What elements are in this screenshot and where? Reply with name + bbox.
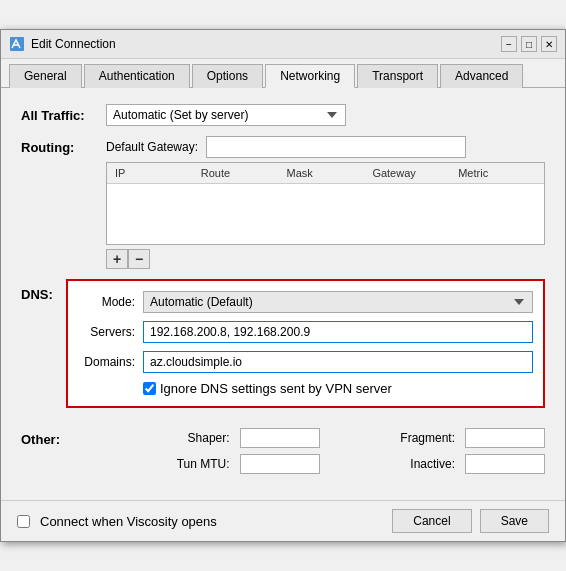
content-area: All Traffic: Automatic (Set by server) R… [1,88,565,500]
routing-table: IP Route Mask Gateway Metric [106,162,545,245]
routing-table-body [107,184,544,244]
routing-content: Default Gateway: IP Route Mask Gateway M… [106,136,545,269]
tab-transport[interactable]: Transport [357,64,438,88]
routing-table-header: IP Route Mask Gateway Metric [107,163,544,184]
shaper-input[interactable] [240,428,320,448]
footer: Connect when Viscosity opens Cancel Save [1,500,565,541]
tab-general[interactable]: General [9,64,82,88]
all-traffic-label: All Traffic: [21,104,106,123]
dns-mode-label: Mode: [78,295,143,309]
dns-mode-row: Mode: Automatic (Default) [78,291,533,313]
routing-label: Routing: [21,136,106,155]
footer-buttons: Cancel Save [392,509,549,533]
tab-authentication[interactable]: Authentication [84,64,190,88]
dns-outer-section: DNS: Mode: Automatic (Default) Servers: … [21,279,545,418]
all-traffic-content: Automatic (Set by server) [106,104,545,126]
col-route: Route [197,165,283,181]
connect-on-open-checkbox[interactable] [17,515,30,528]
tun-mtu-input[interactable] [240,454,320,474]
tab-networking[interactable]: Networking [265,64,355,88]
title-controls: − □ ✕ [501,36,557,52]
dns-mode-select[interactable]: Automatic (Default) [143,291,533,313]
dns-section: Mode: Automatic (Default) Servers: Domai… [66,279,545,408]
connect-on-open-label: Connect when Viscosity opens [40,514,217,529]
other-grid: Shaper: Fragment: Tun MTU: Inactive: [106,428,545,474]
footer-left: Connect when Viscosity opens [17,514,217,529]
other-content: Shaper: Fragment: Tun MTU: Inactive: [106,428,545,474]
dns-servers-input[interactable] [143,321,533,343]
dns-servers-row: Servers: [78,321,533,343]
maximize-button[interactable]: □ [521,36,537,52]
add-route-button[interactable]: + [106,249,128,269]
default-gateway-label: Default Gateway: [106,140,198,154]
dns-servers-label: Servers: [78,325,143,339]
tab-bar: General Authentication Options Networkin… [1,59,565,88]
fragment-label: Fragment: [330,431,455,445]
title-bar: Edit Connection − □ ✕ [1,30,565,59]
dns-ignore-checkbox[interactable] [143,382,156,395]
save-button[interactable]: Save [480,509,549,533]
dns-outer-label: DNS: [21,279,66,302]
default-gateway-row: Default Gateway: [106,136,545,158]
routing-section: Routing: Default Gateway: IP Route Mask … [21,136,545,269]
window-title: Edit Connection [31,37,116,51]
col-gateway: Gateway [368,165,454,181]
routing-table-buttons: + − [106,249,545,269]
remove-route-button[interactable]: − [128,249,150,269]
cancel-button[interactable]: Cancel [392,509,471,533]
inactive-label: Inactive: [330,457,455,471]
other-label: Other: [21,428,106,447]
main-window: Edit Connection − □ ✕ General Authentica… [0,29,566,542]
default-gateway-input[interactable] [206,136,466,158]
svg-rect-0 [10,37,24,51]
dns-ignore-label: Ignore DNS settings sent by VPN server [160,381,392,396]
col-ip: IP [111,165,197,181]
dns-domains-row: Domains: [78,351,533,373]
minimize-button[interactable]: − [501,36,517,52]
col-mask: Mask [283,165,369,181]
fragment-input[interactable] [465,428,545,448]
tab-options[interactable]: Options [192,64,263,88]
all-traffic-select[interactable]: Automatic (Set by server) [106,104,346,126]
other-section: Other: Shaper: Fragment: Tun MTU: Inacti… [21,428,545,474]
all-traffic-section: All Traffic: Automatic (Set by server) [21,104,545,126]
tab-advanced[interactable]: Advanced [440,64,523,88]
dns-domains-label: Domains: [78,355,143,369]
title-bar-left: Edit Connection [9,36,116,52]
shaper-label: Shaper: [106,431,230,445]
dns-domains-input[interactable] [143,351,533,373]
close-button[interactable]: ✕ [541,36,557,52]
dns-checkbox-row: Ignore DNS settings sent by VPN server [78,381,533,396]
tun-mtu-label: Tun MTU: [106,457,230,471]
window-icon [9,36,25,52]
col-metric: Metric [454,165,540,181]
inactive-input[interactable] [465,454,545,474]
